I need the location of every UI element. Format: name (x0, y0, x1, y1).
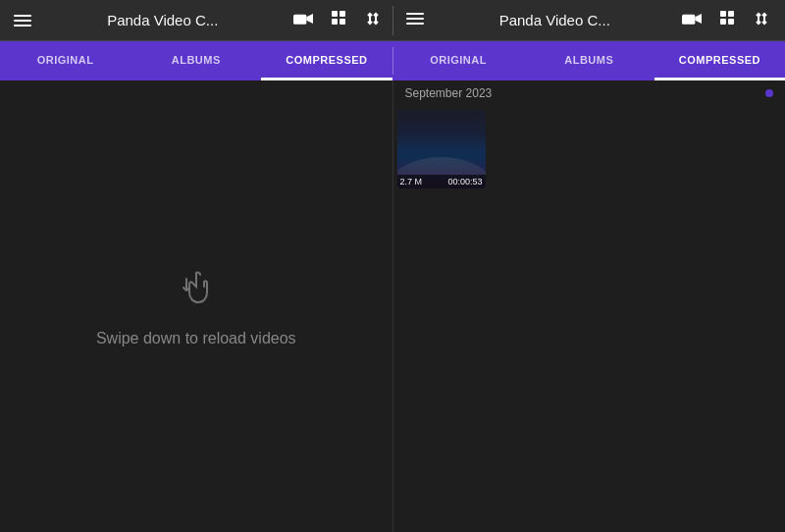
tab-albums-right[interactable]: ALBUMS (524, 41, 654, 80)
left-app-title: Panda Video C... (45, 12, 281, 28)
svg-rect-5 (340, 19, 345, 25)
left-nav-section: Panda Video C... (8, 8, 389, 33)
right-tab-pane: ORIGINAL ALBUMS COMPRESSED (393, 41, 786, 80)
menu-icon-right[interactable] (401, 8, 429, 33)
svg-rect-14 (728, 11, 734, 17)
svg-rect-2 (332, 11, 338, 17)
nav-divider (392, 6, 393, 35)
dot-indicator (765, 89, 773, 97)
svg-rect-0 (293, 14, 306, 24)
svg-rect-4 (332, 19, 338, 25)
video-meta: 2.7 M 00:00:53 (397, 175, 486, 188)
swipe-down-icon (174, 265, 218, 318)
video-grid: 2.7 M 00:00:53 (393, 106, 786, 192)
svg-rect-10 (406, 23, 424, 25)
sort-icon-left[interactable] (361, 8, 389, 33)
right-app-title: Panda Video C... (441, 12, 670, 28)
camera-icon-left[interactable] (288, 9, 318, 32)
svg-rect-16 (728, 19, 734, 25)
hamburger-icon[interactable] (8, 11, 37, 30)
tab-original-right[interactable]: ORIGINAL (393, 41, 524, 80)
top-bar: Panda Video C... (0, 0, 785, 41)
grid-icon-left[interactable] (326, 8, 353, 33)
empty-state-text: Swipe down to reload videos (96, 330, 296, 347)
svg-rect-3 (340, 11, 345, 17)
sort-icon-right[interactable] (750, 8, 777, 33)
video-size: 2.7 M (400, 177, 423, 186)
tab-compressed-left[interactable]: COMPRESSED (261, 41, 392, 80)
tab-albums-left[interactable]: ALBUMS (131, 41, 261, 80)
left-tab-pane: ORIGINAL ALBUMS COMPRESSED (0, 41, 392, 80)
camera-icon-right[interactable] (677, 9, 706, 32)
grid-icon-right[interactable] (714, 8, 742, 33)
empty-state: Swipe down to reload videos (0, 80, 392, 532)
video-thumbnail[interactable]: 2.7 M 00:00:53 (397, 110, 486, 188)
svg-rect-8 (406, 13, 424, 15)
tab-compressed-right[interactable]: COMPRESSED (654, 41, 785, 80)
section-label: September 2023 (405, 86, 493, 100)
video-duration: 00:00:53 (447, 177, 482, 186)
right-panel: September 2023 2.7 M 00:00:53 (393, 80, 786, 532)
svg-rect-9 (406, 18, 424, 20)
svg-marker-12 (695, 14, 702, 24)
svg-marker-1 (306, 14, 313, 24)
svg-rect-13 (720, 11, 726, 17)
tab-original-left[interactable]: ORIGINAL (0, 41, 131, 80)
tab-bar: ORIGINAL ALBUMS COMPRESSED ORIGINAL ALBU… (0, 41, 785, 80)
svg-rect-11 (682, 14, 695, 24)
section-header: September 2023 (393, 80, 786, 106)
right-nav-section: Panda Video C... (397, 8, 778, 33)
svg-rect-15 (720, 19, 726, 25)
content-area: Swipe down to reload videos September 20… (0, 80, 785, 532)
left-panel: Swipe down to reload videos (0, 80, 393, 532)
